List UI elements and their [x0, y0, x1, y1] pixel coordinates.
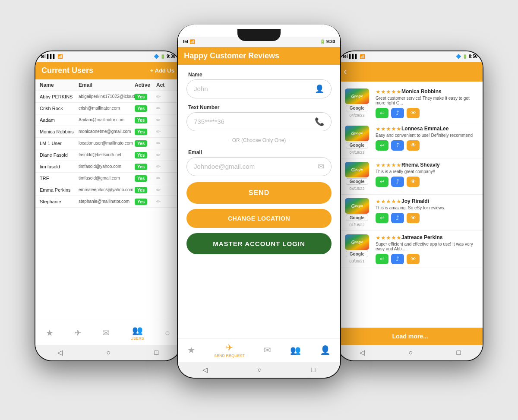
reply-button[interactable]: ↩	[376, 254, 388, 264]
user-edit[interactable]: ✏	[156, 105, 169, 111]
right-battery-icon: 🔋	[462, 54, 467, 59]
name-field[interactable]: John 👤	[186, 79, 332, 98]
nav-item-favorites[interactable]: ★	[46, 328, 54, 338]
add-user-button[interactable]: + Add Us	[150, 67, 174, 74]
user-name: Aadam	[40, 117, 79, 123]
user-edit[interactable]: ✏	[156, 129, 169, 135]
users-table: Abby PERKINS abigailperkins171022@icloud…	[35, 91, 180, 321]
left-battery-icon: 🔋	[160, 54, 165, 59]
view-button[interactable]: 👁	[407, 108, 420, 118]
col-header-name: Name	[40, 82, 79, 88]
yes-badge: Yes	[135, 164, 147, 170]
table-row: Diane Fasold fasoldd@bellsouth.net Yes ✏	[35, 149, 180, 161]
home-button[interactable]: ○	[106, 349, 111, 357]
share-button[interactable]: ⤴	[391, 177, 404, 187]
nav-item-users[interactable]: 👥 USERS	[131, 325, 144, 341]
email-field[interactable]: Johndoe@gmail.com ✉	[186, 157, 332, 176]
or-text: OR (Choose Only One)	[232, 137, 286, 143]
recent-button[interactable]: □	[457, 349, 461, 357]
users-icon: 👥	[290, 345, 301, 355]
share-button[interactable]: ⤴	[391, 140, 404, 151]
load-more-button[interactable]: Load more...	[338, 328, 483, 345]
google-badge: Google	[346, 215, 368, 221]
review-left-col: Google Google 04/29/22	[342, 88, 372, 118]
user-edit[interactable]: ✏	[156, 164, 169, 170]
user-email: crish@mailinator.com	[79, 106, 135, 111]
phone-placeholder: 735*****36	[194, 118, 224, 125]
master-account-login-button[interactable]: MASTER ACCOUNT LOGIN	[186, 233, 332, 254]
review-date: 08/30/21	[349, 259, 364, 263]
user-email: timfasold@gmail.com	[79, 176, 135, 180]
home-button[interactable]: ○	[408, 349, 413, 357]
user-email: timfasold@yahoo.com	[79, 164, 135, 169]
review-actions: ↩ ⤴ 👁	[376, 177, 478, 187]
user-email: locationuser@mailinato.com	[79, 141, 135, 145]
recent-button[interactable]: □	[155, 349, 159, 357]
google-badge: Google	[346, 251, 368, 257]
nav-item-mail[interactable]: ✉	[102, 328, 110, 338]
review-left-col: Google Google 01/18/22	[342, 198, 372, 227]
yes-badge: Yes	[135, 152, 147, 158]
view-button[interactable]: 👁	[407, 140, 420, 151]
center-phone: tel 📶 🔋 9:30 Happy Customer Reviews Name…	[177, 25, 341, 379]
left-bluetooth-icon: 🔷	[154, 54, 159, 59]
user-edit[interactable]: ✏	[156, 152, 169, 158]
nav-item-users-center[interactable]: 👥	[290, 345, 301, 355]
back-chevron-icon[interactable]: ‹	[344, 66, 347, 77]
right-android-nav: ◁ ○ □	[338, 345, 483, 360]
table-row: LM 1 User locationuser@mailinato.com Yes…	[35, 138, 180, 149]
left-phone-screen: tel ▌▌▌ 📶 🔷 🔋 9:30 Current Users + Add U…	[35, 51, 180, 360]
nav-item-profile-center[interactable]: 👤	[320, 345, 331, 355]
or-line-right	[289, 140, 332, 140]
review-text: Easy and convenient to use! Definitely r…	[376, 133, 478, 138]
email-label: Email	[186, 149, 332, 155]
back-button[interactable]: ◁	[57, 348, 63, 357]
share-button[interactable]: ⤴	[391, 213, 404, 223]
user-active: Yes	[135, 164, 156, 169]
review-date: 04/19/22	[349, 186, 364, 191]
review-actions: ↩ ⤴ 👁	[376, 254, 478, 264]
user-edit[interactable]: ✏	[156, 199, 169, 205]
home-button[interactable]: ○	[257, 366, 262, 374]
back-button[interactable]: ◁	[360, 348, 365, 357]
nav-item-favorites-center[interactable]: ★	[187, 345, 195, 355]
view-button[interactable]: 👁	[407, 213, 420, 223]
review-text: This is a really great company!!	[376, 169, 478, 174]
phone-field[interactable]: 735*****36 📞	[186, 112, 332, 131]
reply-button[interactable]: ↩	[376, 108, 388, 118]
nav-item-send[interactable]: ✈	[74, 328, 82, 338]
or-divider: OR (Choose Only One)	[186, 137, 332, 143]
view-button[interactable]: 👁	[407, 254, 420, 264]
view-button[interactable]: 👁	[407, 177, 420, 187]
share-button[interactable]: ⤴	[391, 254, 404, 264]
star-icon: ★	[187, 345, 195, 355]
user-edit[interactable]: ✏	[156, 94, 169, 100]
share-button[interactable]: ⤴	[391, 108, 404, 118]
review-author: Jatreace Perkins	[401, 234, 442, 240]
nav-item-send-center[interactable]: ✈ SEND REQUEST	[214, 342, 245, 358]
recent-button[interactable]: □	[311, 366, 316, 374]
change-location-button[interactable]: CHANGE LOCATION	[186, 209, 332, 228]
back-button[interactable]: ◁	[202, 366, 208, 374]
right-phone-screen: tel ▌▌▌ 📶 🔷 🔋 8:50 ‹ Google	[338, 51, 483, 360]
review-text: Great customer service! They make it eas…	[376, 96, 478, 105]
user-edit[interactable]: ✏	[156, 117, 169, 123]
review-date: 01/18/22	[349, 223, 364, 227]
nav-item-mail-center[interactable]: ✉	[264, 345, 271, 355]
user-edit[interactable]: ✏	[156, 175, 169, 181]
review-stars: ★★★★★	[376, 198, 401, 205]
send-button[interactable]: SEND	[186, 182, 332, 204]
center-carrier: tel	[183, 39, 188, 44]
table-row: Emma Perkins emmaleeprkins@yahoo.com Yes…	[35, 184, 180, 196]
user-edit[interactable]: ✏	[156, 187, 169, 193]
review-stars: ★★★★★	[376, 126, 401, 132]
col-header-act: Act	[156, 82, 169, 88]
reply-button[interactable]: ↩	[376, 140, 388, 151]
reply-button[interactable]: ↩	[376, 213, 388, 223]
user-edit[interactable]: ✏	[156, 140, 169, 146]
person-icon: 👤	[315, 84, 324, 94]
review-date: 04/29/22	[349, 113, 364, 117]
nav-item-profile[interactable]: ○	[165, 328, 170, 338]
reply-button[interactable]: ↩	[376, 177, 388, 187]
center-header: Happy Customer Reviews	[178, 47, 340, 65]
